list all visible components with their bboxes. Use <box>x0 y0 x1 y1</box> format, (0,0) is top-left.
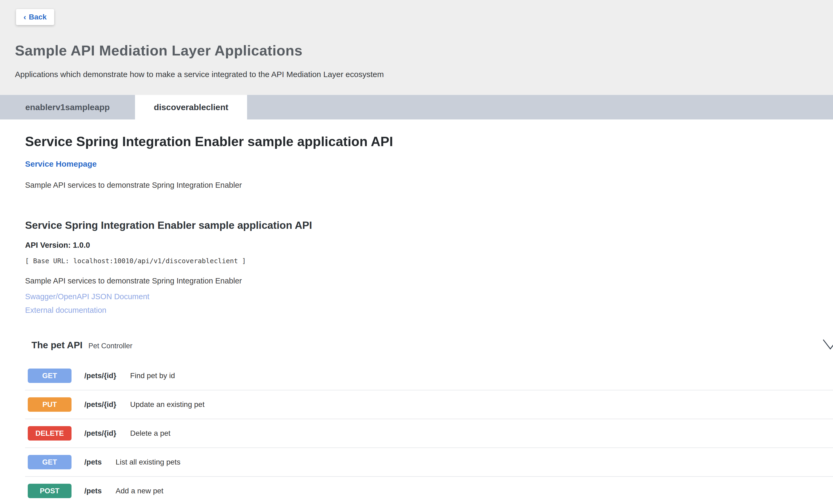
operation-path: /pets <box>84 487 102 495</box>
service-homepage-link[interactable]: Service Homepage <box>25 159 97 169</box>
operation-list: GET /pets/{id} Find pet by id PUT /pets/… <box>25 361 833 504</box>
page-title: Sample API Mediation Layer Applications <box>15 42 818 59</box>
pet-api-title: The pet API <box>31 340 82 350</box>
operation-summary: Delete a pet <box>130 429 170 437</box>
back-chevron-icon: ‹ <box>23 13 26 21</box>
main-content: Service Spring Integration Enabler sampl… <box>0 134 833 504</box>
base-url: [ Base URL: localhost:10010/api/v1/disco… <box>25 257 833 265</box>
back-button[interactable]: ‹ Back <box>16 9 54 25</box>
api-doc-description: Sample API services to demonstrate Sprin… <box>25 277 833 285</box>
tab-bar: enablerv1sampleapp discoverableclient <box>0 95 833 120</box>
page-subtitle: Applications which demonstrate how to ma… <box>15 70 818 79</box>
pet-api-header[interactable]: The pet API Pet Controller <box>31 340 833 350</box>
operation-row-get-pets-id[interactable]: GET /pets/{id} Find pet by id <box>25 361 833 390</box>
operation-path: /pets/{id} <box>84 372 116 380</box>
method-badge: GET <box>28 455 72 469</box>
tab-discoverableclient[interactable]: discoverableclient <box>135 95 247 120</box>
back-label: Back <box>29 13 47 21</box>
swagger-openapi-json-link[interactable]: Swagger/OpenAPI JSON Document <box>25 292 149 301</box>
operation-path: /pets <box>84 458 102 467</box>
operation-row-delete-pets-id[interactable]: DELETE /pets/{id} Delete a pet <box>25 419 833 448</box>
pet-api-section: The pet API Pet Controller GET /pets/{id… <box>25 340 833 504</box>
operation-summary: Add a new pet <box>116 487 163 495</box>
service-description: Sample API services to demonstrate Sprin… <box>25 181 833 190</box>
operation-path: /pets/{id} <box>84 429 116 437</box>
api-doc-title: Service Spring Integration Enabler sampl… <box>25 220 833 231</box>
pet-api-subtitle: Pet Controller <box>88 342 132 350</box>
method-badge: PUT <box>28 397 72 412</box>
method-badge: POST <box>28 484 72 498</box>
chevron-down-icon[interactable] <box>822 338 833 350</box>
operation-summary: Update an existing pet <box>130 400 205 409</box>
operation-summary: List all existing pets <box>116 458 181 467</box>
api-version: API Version: 1.0.0 <box>25 241 833 250</box>
operation-row-get-pets[interactable]: GET /pets List all existing pets <box>25 448 833 477</box>
page-header: ‹ Back Sample API Mediation Layer Applic… <box>0 0 833 95</box>
external-documentation-link[interactable]: External documentation <box>25 306 106 315</box>
operation-row-put-pets-id[interactable]: PUT /pets/{id} Update an existing pet <box>25 390 833 419</box>
operation-summary: Find pet by id <box>130 372 175 380</box>
operation-row-post-pets[interactable]: POST /pets Add a new pet <box>25 477 833 504</box>
method-badge: GET <box>28 369 72 383</box>
method-badge: DELETE <box>28 426 72 440</box>
service-title: Service Spring Integration Enabler sampl… <box>25 134 833 149</box>
tab-enablerv1sampleapp[interactable]: enablerv1sampleapp <box>0 95 135 120</box>
operation-path: /pets/{id} <box>84 400 116 409</box>
